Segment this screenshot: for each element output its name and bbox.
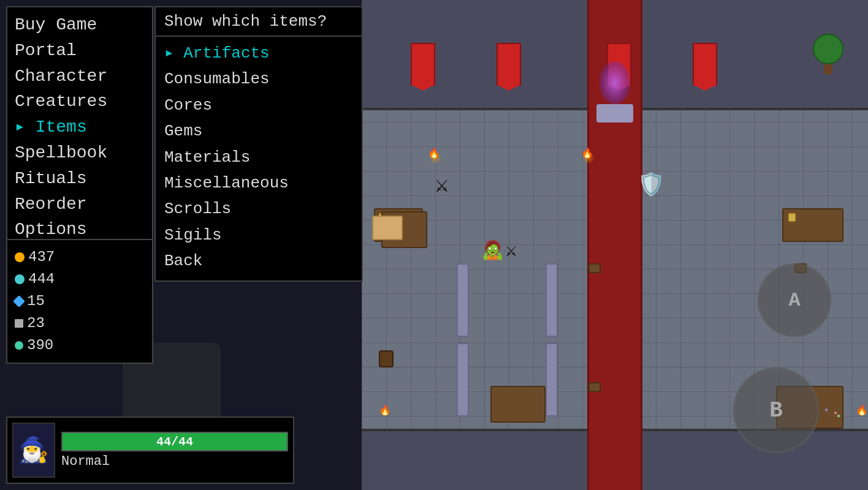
currency-row-essence2: 23 bbox=[15, 312, 145, 334]
button-b-label: B bbox=[769, 398, 783, 423]
stool-1 bbox=[588, 263, 601, 273]
decorative-tree bbox=[813, 34, 843, 74]
sub-menu-item-gems[interactable]: Gems bbox=[164, 118, 353, 144]
button-a-label: A bbox=[788, 289, 800, 312]
gold-icon bbox=[15, 252, 25, 262]
menu-item-creatures[interactable]: Creatures bbox=[15, 89, 145, 115]
gems-value: 444 bbox=[28, 268, 55, 290]
currency-row-gems: 444 bbox=[15, 268, 145, 290]
sub-menu-body: Artifacts Consumables Cores Gems Materia… bbox=[156, 37, 362, 281]
sub-menu-item-cores[interactable]: Cores bbox=[164, 92, 353, 118]
character-info: 44/44 Normal bbox=[61, 432, 288, 469]
sub-menu-item-artifacts[interactable]: Artifacts bbox=[164, 40, 353, 66]
table-right bbox=[782, 208, 843, 242]
column-4 bbox=[546, 343, 558, 417]
health-bar-text: 44/44 bbox=[156, 434, 193, 448]
portal bbox=[590, 61, 639, 123]
essence3-value: 390 bbox=[27, 334, 53, 356]
menu-item-spellbook[interactable]: Spellbook bbox=[15, 140, 145, 166]
sub-menu-panel: Show which items? Artifacts Consumables … bbox=[154, 6, 363, 282]
sub-menu-item-materials[interactable]: Materials bbox=[164, 145, 353, 170]
banner-1 bbox=[411, 43, 435, 86]
column-1 bbox=[457, 263, 469, 337]
tree-trunk bbox=[824, 64, 832, 74]
torch-icon-2: 🔥 bbox=[581, 147, 593, 159]
menu-item-portal[interactable]: Portal bbox=[15, 38, 145, 64]
essence1-value: 15 bbox=[27, 290, 45, 312]
portal-glow bbox=[600, 61, 630, 104]
torch-icon-3: 🔥 bbox=[379, 404, 391, 417]
column-2 bbox=[546, 263, 558, 337]
banner-4 bbox=[693, 43, 717, 86]
gold-value: 437 bbox=[28, 246, 55, 268]
character-panel: 🧙‍♂️ 44/44 Normal bbox=[6, 417, 294, 484]
npc-armor-left: ⚔️ bbox=[435, 172, 449, 198]
barrel bbox=[379, 350, 394, 368]
mug-right bbox=[788, 213, 796, 222]
stool-3 bbox=[588, 382, 601, 392]
column-3 bbox=[457, 343, 469, 417]
sub-menu-header: Show which items? bbox=[156, 7, 362, 37]
health-bar-container: 44/44 bbox=[61, 432, 288, 451]
currency-row-essence1: 15 bbox=[15, 290, 145, 312]
avatar-emoji: 🧙‍♂️ bbox=[18, 435, 49, 466]
sub-menu-item-miscellaneous[interactable]: Miscellaneous bbox=[164, 170, 353, 196]
main-menu-panel: Buy Game Portal Character Creatures Item… bbox=[6, 6, 153, 274]
banner-2 bbox=[497, 43, 521, 86]
button-a[interactable]: A bbox=[758, 263, 831, 337]
character-difficulty: Normal bbox=[61, 454, 288, 469]
currency-row-essence3: 390 bbox=[15, 334, 145, 356]
menu-item-items[interactable]: Items bbox=[15, 115, 145, 140]
character-avatar: 🧙‍♂️ bbox=[12, 423, 55, 478]
npc-armor-right: 🛡️ bbox=[638, 172, 665, 198]
sub-menu-item-sigils[interactable]: Sigils bbox=[164, 222, 353, 248]
menu-item-reorder[interactable]: Reorder bbox=[15, 192, 145, 217]
torch-icon-4: 🔥 bbox=[856, 404, 868, 417]
essence2-value: 23 bbox=[27, 312, 45, 334]
player-character-2: ⚔️ bbox=[506, 239, 517, 262]
button-b[interactable]: B bbox=[733, 368, 819, 453]
sub-menu-item-scrolls[interactable]: Scrolls bbox=[164, 196, 353, 222]
torch-icon-1: 🔥 bbox=[428, 147, 440, 159]
menu-item-rituals[interactable]: Rituals bbox=[15, 166, 145, 192]
player-character-1: 🧟 bbox=[481, 239, 504, 262]
essence2-icon bbox=[15, 319, 23, 328]
table-bottom-left bbox=[490, 386, 546, 423]
portal-base bbox=[596, 104, 633, 123]
map-item bbox=[372, 216, 403, 240]
tree-top bbox=[813, 34, 843, 64]
sub-menu-item-back[interactable]: Back bbox=[164, 248, 353, 274]
gems-icon bbox=[15, 274, 25, 284]
sub-menu-item-consumables[interactable]: Consumables bbox=[164, 66, 353, 92]
menu-item-character[interactable]: Character bbox=[15, 64, 145, 89]
essence1-icon bbox=[13, 295, 25, 307]
menu-item-buy-game[interactable]: Buy Game bbox=[15, 12, 145, 38]
essence3-icon bbox=[15, 341, 23, 350]
currency-panel: 437 444 15 23 390 bbox=[6, 239, 153, 364]
currency-row-gold: 437 bbox=[15, 246, 145, 268]
